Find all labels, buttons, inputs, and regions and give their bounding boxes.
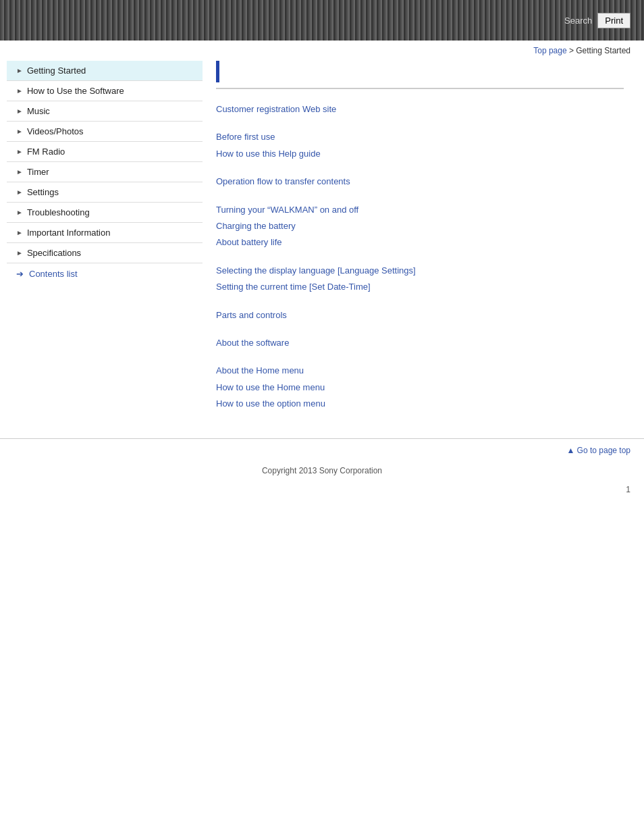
chevron-right-icon: ► <box>16 128 23 135</box>
link-operation-flow[interactable]: Operation flow to transfer contents <box>216 176 350 186</box>
sidebar-item-music[interactable]: ► Music <box>7 101 203 122</box>
go-to-page-top-link[interactable]: Go to page top <box>566 446 630 455</box>
sidebar-item-getting-started[interactable]: ► Getting Started <box>7 61 203 81</box>
sidebar-item-videos-photos[interactable]: ► Videos/Photos <box>7 122 203 142</box>
content-header <box>216 61 624 89</box>
sidebar-item-label: Settings <box>27 187 59 197</box>
sidebar-item-label: Troubleshooting <box>27 207 90 217</box>
content-section-4: Turning your “WALKMAN” on and off Chargi… <box>216 202 624 251</box>
link-parts-controls[interactable]: Parts and controls <box>216 310 287 320</box>
search-button[interactable]: Search <box>564 16 592 26</box>
header-buttons: Search Print <box>564 13 630 28</box>
link-use-option-menu[interactable]: How to use the option menu <box>216 396 624 411</box>
sidebar-item-important-information[interactable]: ► Important Information <box>7 223 203 243</box>
blue-bar-decoration <box>216 61 219 82</box>
breadcrumb-top-page[interactable]: Top page <box>533 46 566 55</box>
sidebar-item-label: FM Radio <box>27 147 65 157</box>
sidebar-item-label: Getting Started <box>27 66 86 76</box>
footer-bar: Go to page top <box>0 438 644 462</box>
content-section-1: Customer registration Web site <box>216 101 624 117</box>
link-turning-on-off[interactable]: Turning your “WALKMAN” on and off <box>216 202 624 217</box>
sidebar-item-label: How to Use the Software <box>27 86 124 96</box>
content-section-8: About the Home menu How to use the Home … <box>216 363 624 411</box>
page-number: 1 <box>0 482 644 494</box>
sidebar-item-label: Specifications <box>27 248 81 258</box>
breadcrumb: Top page > Getting Started <box>0 41 644 61</box>
chevron-right-icon: ► <box>16 209 23 216</box>
header: Search Print <box>0 0 644 41</box>
sidebar-item-troubleshooting[interactable]: ► Troubleshooting <box>7 203 203 223</box>
sidebar-item-fm-radio[interactable]: ► FM Radio <box>7 142 203 162</box>
content-area: Customer registration Web site Before fi… <box>203 61 637 425</box>
chevron-right-icon: ► <box>16 87 23 95</box>
sidebar-item-specifications[interactable]: ► Specifications <box>7 243 203 263</box>
sidebar-item-label: Music <box>27 106 50 116</box>
chevron-right-icon: ► <box>16 148 23 155</box>
content-section-6: Parts and controls <box>216 307 624 323</box>
sidebar-item-how-to-use-software[interactable]: ► How to Use the Software <box>7 81 203 101</box>
content-section-2: Before first use How to use this Help gu… <box>216 129 624 161</box>
breadcrumb-separator: > <box>567 46 576 55</box>
link-how-to-use-help[interactable]: How to use this Help guide <box>216 146 624 161</box>
chevron-right-icon: ► <box>16 107 23 115</box>
main-layout: ► Getting Started ► How to Use the Softw… <box>0 61 644 425</box>
link-about-home-menu[interactable]: About the Home menu <box>216 363 624 378</box>
content-section-5: Selecting the display language [Language… <box>216 263 624 295</box>
print-button[interactable]: Print <box>597 13 630 28</box>
sidebar: ► Getting Started ► How to Use the Softw… <box>7 61 203 425</box>
arrow-right-icon: ➔ <box>16 269 24 279</box>
link-charging-battery[interactable]: Charging the battery <box>216 218 624 234</box>
sidebar-item-label: Important Information <box>27 228 111 238</box>
link-customer-registration[interactable]: Customer registration Web site <box>216 104 336 114</box>
link-use-home-menu[interactable]: How to use the Home menu <box>216 380 624 395</box>
contents-list-link[interactable]: ➔ Contents list <box>7 263 203 284</box>
chevron-right-icon: ► <box>16 168 23 176</box>
link-battery-life[interactable]: About battery life <box>216 234 624 250</box>
sidebar-item-timer[interactable]: ► Timer <box>7 162 203 182</box>
chevron-right-icon: ► <box>16 67 23 74</box>
breadcrumb-current: Getting Started <box>576 46 630 55</box>
contents-list-label: Contents list <box>29 269 78 279</box>
copyright-bar: Copyright 2013 Sony Corporation <box>0 462 644 482</box>
chevron-right-icon: ► <box>16 249 23 257</box>
content-section-3: Operation flow to transfer contents <box>216 174 624 189</box>
link-set-date-time[interactable]: Setting the current time [Set Date-Time] <box>216 279 624 294</box>
sidebar-item-settings[interactable]: ► Settings <box>7 182 203 203</box>
copyright-text: Copyright 2013 Sony Corporation <box>262 466 382 475</box>
sidebar-item-label: Videos/Photos <box>27 126 84 136</box>
chevron-right-icon: ► <box>16 229 23 236</box>
chevron-right-icon: ► <box>16 188 23 196</box>
link-language-settings[interactable]: Selecting the display language [Language… <box>216 263 624 278</box>
content-section-7: About the software <box>216 335 624 350</box>
sidebar-item-label: Timer <box>27 167 49 177</box>
link-about-software[interactable]: About the software <box>216 338 289 348</box>
link-before-first-use[interactable]: Before first use <box>216 129 624 145</box>
